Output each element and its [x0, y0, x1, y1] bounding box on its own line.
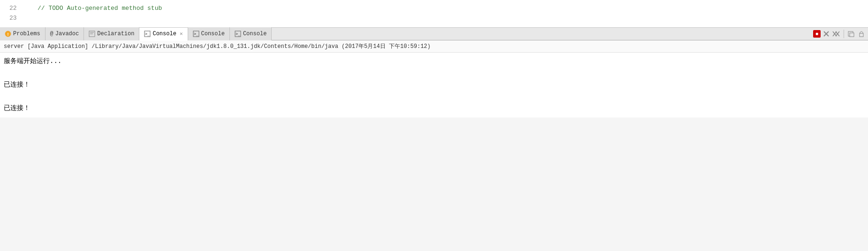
tab-bar: ! Problems @ Javadoc Declaration >_ Cons… [0, 27, 868, 40]
tab-console2[interactable]: >_ Console [188, 27, 230, 40]
terminate-all-button[interactable] [832, 29, 841, 39]
editor-area: 22 23 // TODO Auto-generated method stub [0, 0, 868, 27]
toolbar-separator [844, 30, 844, 38]
tab-javadoc-label: Javadoc [55, 31, 79, 37]
tab-javadoc[interactable]: @ Javadoc [46, 27, 84, 40]
terminate-button[interactable] [822, 29, 831, 39]
open-console-button[interactable] [846, 29, 856, 39]
declaration-icon [89, 31, 95, 37]
tab-console3-label: Console [243, 31, 266, 37]
svg-text:>_: >_ [236, 32, 240, 36]
warning-icon: ! [5, 31, 11, 37]
svg-rect-18 [850, 33, 854, 37]
tab-declaration-label: Declaration [97, 31, 134, 37]
tab-console2-label: Console [201, 31, 225, 37]
code-content: // TODO Auto-generated method stub [38, 0, 868, 27]
svg-text:!: ! [8, 32, 9, 37]
tab-close-icon[interactable]: ✕ [180, 31, 183, 37]
console-container: server [Java Application] /Library/Java/… [0, 40, 868, 118]
tab-console-active[interactable]: >_ Console ✕ [139, 28, 188, 41]
svg-text:>_: >_ [194, 32, 198, 36]
code-line-23 [38, 14, 868, 24]
tab-problems-label: Problems [13, 31, 40, 37]
svg-text:>_: >_ [145, 32, 150, 36]
at-icon: @ [50, 31, 53, 37]
console-line-3: 已连接！ [4, 102, 864, 114]
svg-rect-19 [860, 33, 863, 37]
lock-button[interactable] [857, 29, 866, 39]
console-icon-3: >_ [235, 31, 241, 37]
tab-console3[interactable]: >_ Console [230, 27, 272, 40]
tab-console1-label: Console [152, 31, 176, 37]
console-header: server [Java Application] /Library/Java/… [0, 40, 868, 53]
code-line-22: // TODO Auto-generated method stub [38, 4, 868, 14]
line-number-23: 23 [9, 14, 38, 24]
tab-problems[interactable]: ! Problems [0, 27, 46, 40]
console-line-2: 已连接！ [4, 79, 864, 91]
tab-declaration[interactable]: Declaration [84, 27, 139, 40]
stop-button[interactable]: ■ [813, 30, 821, 38]
line-number-22: 22 [9, 4, 38, 14]
console-icon-1: >_ [144, 31, 151, 37]
line-numbers: 22 23 [0, 0, 38, 27]
toolbar-right: ■ [813, 29, 868, 39]
console-line-1: 服务端开始运行... [4, 55, 864, 67]
console-output: 服务端开始运行... 已连接！ 已连接！ [0, 53, 868, 118]
console-icon-2: >_ [193, 31, 199, 37]
